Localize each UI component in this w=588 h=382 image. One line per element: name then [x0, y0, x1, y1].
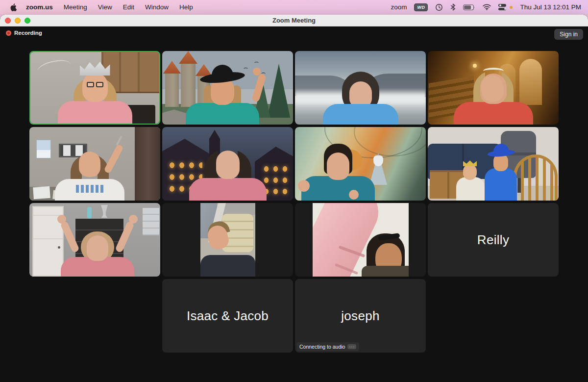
connecting-to-audio-badge: Connecting to audio ···: [296, 342, 359, 351]
video-scene-castle-forest: [162, 51, 293, 125]
video-tile-dark-hair-woman[interactable]: [162, 127, 293, 201]
participant-torso: [189, 178, 267, 201]
sign-in-button[interactable]: Sign in: [554, 29, 583, 40]
menu-window[interactable]: Window: [140, 3, 174, 11]
macos-menu-bar: zoom.us Meeting View Edit Window Help zo…: [0, 0, 588, 14]
grid-row-4: Isaac & Jacob joseph Connecting to audio…: [162, 279, 559, 353]
participant-name-label: Isaac & Jacob: [187, 308, 269, 324]
toddler-torso: [456, 177, 485, 201]
video-grid: Reilly Isaac & Jacob joseph Connecting t…: [29, 51, 559, 355]
apple-logo-glyph: [10, 3, 17, 11]
zoom-status-item[interactable]: zoom: [391, 3, 407, 11]
name-tile-joseph[interactable]: joseph Connecting to audio ···: [295, 279, 426, 353]
grid-row-2: [29, 127, 559, 201]
wifi-icon[interactable]: [483, 4, 491, 10]
video-scene-night-village: [162, 127, 293, 201]
raised-hand: [253, 68, 261, 76]
participant-torso: [323, 104, 398, 125]
name-tile-isaac-and-jacob[interactable]: Isaac & Jacob: [162, 279, 293, 353]
participant-head: [79, 152, 100, 177]
bird-shape: [254, 62, 259, 64]
window-title-bar[interactable]: Zoom Meeting: [0, 15, 588, 26]
menu-meeting[interactable]: Meeting: [58, 3, 93, 11]
menu-help[interactable]: Help: [174, 3, 198, 11]
wooden-chair: [514, 154, 558, 201]
video-finger-over-camera: [313, 203, 409, 277]
video-tile-hand-over-face-woman[interactable]: [428, 51, 559, 125]
participant-head: [216, 151, 240, 179]
video-tile-finger-over-camera[interactable]: [295, 203, 426, 277]
video-scene-kitchen: [30, 52, 159, 124]
apple-menu-icon[interactable]: [6, 3, 21, 11]
menu-edit[interactable]: Edit: [118, 3, 140, 11]
video-scene-foggy-mountains: [295, 51, 426, 125]
video-tile-boy-in-car[interactable]: [162, 203, 293, 277]
menu-bar-status-area: zoom WD: [391, 3, 588, 11]
video-tile-witch-hat-woman[interactable]: [162, 51, 293, 125]
arch-window: [519, 59, 542, 105]
wizard-beard: [373, 155, 383, 166]
castle-tower: [165, 73, 179, 107]
menu-bar-clock[interactable]: Thu Jul 13 12:01 PM: [520, 3, 581, 11]
participant-torso: [200, 255, 255, 277]
participant-torso: [186, 103, 259, 125]
bottle-shape: [87, 207, 92, 219]
video-tile-two-kids[interactable]: [428, 127, 559, 201]
participant-head: [87, 235, 108, 261]
wd-drive-icon[interactable]: WD: [414, 3, 428, 11]
glasses-left-lens: [87, 82, 94, 87]
door-knob: [58, 246, 60, 249]
participant-head: [327, 153, 349, 180]
name-tile-reilly[interactable]: Reilly: [428, 203, 559, 277]
participant-torso: [58, 101, 132, 124]
video-scene-castle-staircase: [428, 51, 559, 125]
paper-shape: [33, 186, 50, 199]
waving-hand: [129, 215, 138, 224]
participant-name-label: Reilly: [477, 232, 509, 248]
boy-torso: [485, 168, 517, 201]
recording-dot-icon: [6, 30, 11, 36]
video-tile-waving-woman[interactable]: [29, 203, 160, 277]
waving-hand: [57, 215, 66, 224]
history-clock-icon[interactable]: [435, 3, 443, 11]
video-scene-room-with-door: [29, 203, 160, 277]
castle-tower: [181, 63, 196, 107]
wardrobe-shape: [135, 127, 160, 201]
bird-shape: [244, 68, 248, 70]
participant-shoulder: [362, 266, 409, 277]
window-title: Zoom Meeting: [0, 17, 588, 24]
connecting-to-audio-label: Connecting to audio: [299, 344, 345, 350]
battery-icon[interactable]: [463, 4, 475, 10]
bluetooth-icon[interactable]: [450, 3, 456, 11]
notification-dot: [510, 6, 513, 9]
participant-hand: [298, 180, 310, 192]
menu-view[interactable]: View: [93, 3, 118, 11]
grid-row-1: [29, 51, 559, 125]
glasses-right-lens: [96, 82, 103, 87]
participant-head: [82, 73, 108, 102]
video-tile-man-cartoon-background[interactable]: [295, 127, 426, 201]
video-tile-curly-hair-woman[interactable]: [295, 51, 426, 125]
participant-name-label: joseph: [341, 308, 379, 324]
lamp-glow: [473, 64, 477, 68]
participant-torso: [454, 102, 533, 125]
zoom-meeting-window: Zoom Meeting Recording Sign in: [0, 15, 588, 382]
shirt-text: [76, 185, 103, 193]
participant-hand: [349, 190, 359, 200]
video-tile-girl-arm-raised[interactable]: [29, 127, 160, 201]
toddler-head: [463, 164, 477, 180]
menu-bar-left: zoom.us Meeting View Edit Window Help: [0, 3, 198, 11]
video-scene-living-room-kids: [428, 127, 559, 201]
control-toggles-icon[interactable]: [498, 4, 507, 10]
grid-row-3: Reilly: [29, 203, 559, 277]
recording-indicator: Recording: [6, 30, 42, 36]
ellipsis-icon: ···: [347, 344, 356, 349]
tiara-shape: [483, 68, 504, 75]
meeting-content-area: Recording Sign in: [0, 26, 588, 382]
video-scene-cartoon-wizard: [295, 127, 426, 201]
app-menu-zoom-us[interactable]: zoom.us: [21, 3, 58, 11]
portrait-video-boy-in-car: [200, 203, 255, 277]
shelf-rack: [143, 208, 159, 235]
video-tile-crowned-woman-active-speaker[interactable]: [29, 51, 160, 125]
recording-label: Recording: [14, 30, 42, 36]
